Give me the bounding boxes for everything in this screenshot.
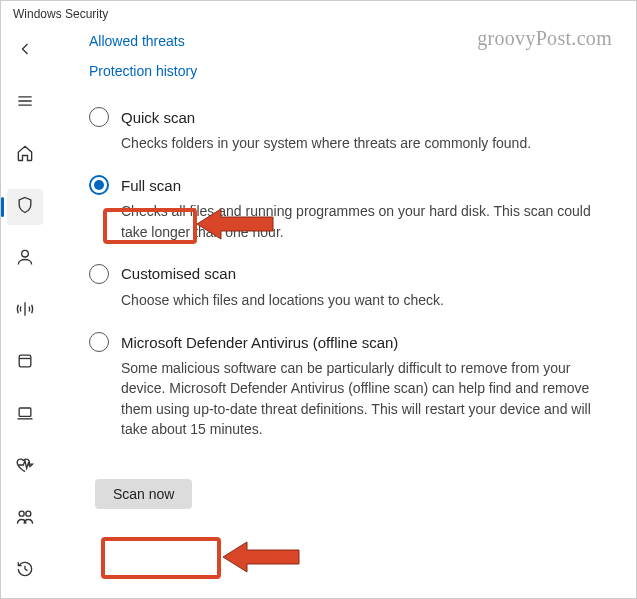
scan-options: Quick scan Checks folders in your system…: [89, 107, 616, 509]
home-icon: [15, 143, 35, 167]
label-custom: Customised scan: [121, 265, 236, 282]
watermark: groovyPost.com: [477, 27, 612, 50]
label-full: Full scan: [121, 177, 181, 194]
window-title: Windows Security: [1, 1, 636, 23]
label-quick: Quick scan: [121, 109, 195, 126]
scan-now-button[interactable]: Scan now: [95, 479, 192, 509]
app-icon: [15, 351, 35, 375]
svg-rect-1: [19, 355, 31, 367]
sidebar-family[interactable]: [7, 501, 43, 537]
svg-point-3: [19, 511, 24, 516]
sidebar-account[interactable]: [7, 241, 43, 277]
sidebar-firewall[interactable]: [7, 293, 43, 329]
main-content: Allowed threats Protection history Quick…: [49, 23, 636, 596]
sidebar-app-browser[interactable]: [7, 345, 43, 381]
svg-rect-2: [19, 408, 31, 416]
option-full-scan[interactable]: Full scan Checks all files and running p…: [89, 175, 616, 242]
radio-quick[interactable]: [89, 107, 109, 127]
radio-custom[interactable]: [89, 264, 109, 284]
svg-point-0: [22, 250, 29, 257]
label-offline: Microsoft Defender Antivirus (offline sc…: [121, 334, 398, 351]
sidebar-history[interactable]: [7, 553, 43, 589]
desc-quick: Checks folders in your system where thre…: [121, 133, 601, 153]
desc-custom: Choose which files and locations you wan…: [121, 290, 601, 310]
sidebar: [1, 23, 49, 596]
hamburger-icon: [15, 91, 35, 115]
sidebar-back[interactable]: [7, 33, 43, 69]
laptop-icon: [15, 403, 35, 427]
sidebar-device-security[interactable]: [7, 397, 43, 433]
option-offline-scan[interactable]: Microsoft Defender Antivirus (offline sc…: [89, 332, 616, 439]
history-icon: [15, 559, 35, 583]
desc-full: Checks all files and running programmes …: [121, 201, 601, 242]
wifi-icon: [15, 299, 35, 323]
person-icon: [15, 247, 35, 271]
shield-icon: [15, 195, 35, 219]
sidebar-virus-protection[interactable]: [7, 189, 43, 225]
family-icon: [15, 507, 35, 531]
option-custom-scan[interactable]: Customised scan Choose which files and l…: [89, 264, 616, 310]
radio-full[interactable]: [89, 175, 109, 195]
sidebar-performance[interactable]: [7, 449, 43, 485]
heart-icon: [15, 455, 35, 479]
option-quick-scan[interactable]: Quick scan Checks folders in your system…: [89, 107, 616, 153]
radio-offline[interactable]: [89, 332, 109, 352]
desc-offline: Some malicious software can be particula…: [121, 358, 601, 439]
arrow-left-icon: [15, 39, 35, 63]
sidebar-menu[interactable]: [7, 85, 43, 121]
sidebar-home[interactable]: [7, 137, 43, 173]
link-protection-history[interactable]: Protection history: [89, 63, 616, 79]
svg-point-4: [26, 511, 31, 516]
